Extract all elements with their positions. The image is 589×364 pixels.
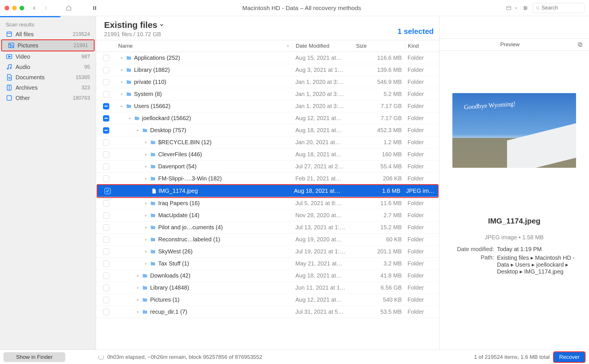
table-row[interactable]: private (110)Jan 1, 2020 at 3:…546.9 MBF… (96, 76, 439, 88)
table-row[interactable]: Pilot and jo…cuments (4)Jul 13, 2021 at … (96, 222, 439, 234)
chevron-right-icon[interactable] (120, 56, 124, 60)
chevron-right-icon[interactable] (120, 68, 124, 72)
chevron-right-icon[interactable] (144, 238, 148, 241)
results-heading[interactable]: Existing files (104, 20, 431, 30)
row-checkbox[interactable] (96, 115, 116, 122)
copy-button[interactable] (576, 40, 584, 49)
column-kind[interactable]: Kind (405, 43, 439, 49)
table-row[interactable]: joellockard (15662)Aug 12, 2021 at…7.17 … (96, 112, 439, 124)
chevron-right-icon[interactable] (144, 141, 148, 144)
row-checkbox[interactable] (96, 200, 116, 207)
svg-point-7 (526, 7, 527, 8)
scan-spinner-icon (98, 354, 104, 360)
file-name: CleverFiles (446) (158, 151, 202, 158)
row-checkbox[interactable] (96, 103, 116, 109)
table-row[interactable]: Tax Stuff (1)May 21, 2021 at…3.2 MBFolde… (96, 258, 439, 270)
chevron-right-icon[interactable] (136, 310, 140, 314)
row-checkbox[interactable] (96, 297, 116, 303)
row-checkbox[interactable] (96, 55, 116, 61)
chevron-right-icon[interactable] (144, 226, 148, 229)
row-checkbox[interactable] (96, 249, 116, 255)
table-row[interactable]: Iraq Papers (16)Jul 5, 2021 at 8:…11.6 M… (96, 197, 439, 209)
chevron-down-icon[interactable] (128, 117, 132, 120)
sidebar-item-archives[interactable]: Archives323 (0, 82, 96, 93)
chevron-down-icon[interactable] (136, 129, 140, 132)
chevron-right-icon[interactable] (144, 165, 148, 168)
table-row[interactable]: Library (1882)Aug 3, 2021 at 1…139.6 MBF… (96, 64, 439, 76)
row-checkbox[interactable] (96, 163, 116, 170)
sidebar-item-all-files[interactable]: All files219524 (0, 29, 96, 39)
row-checkbox[interactable] (96, 309, 116, 315)
row-checkbox[interactable] (96, 91, 116, 97)
back-button[interactable] (30, 4, 39, 12)
minimize-window-icon[interactable] (12, 6, 17, 10)
chevron-right-icon[interactable] (136, 298, 140, 302)
chevron-right-icon[interactable] (144, 202, 148, 205)
table-row[interactable]: Applications (252)Aug 15, 2021 at…116.6 … (96, 52, 439, 64)
preview-header: Preview (444, 41, 576, 48)
file-size: 7.17 GB (353, 103, 405, 109)
row-checkbox[interactable] (96, 212, 116, 219)
table-row[interactable]: System (8)Jan 1, 2020 at 3:…5.2 MBFolder (96, 88, 439, 100)
sidebar-item-other[interactable]: Other180763 (0, 93, 96, 103)
settings-button[interactable] (521, 4, 530, 12)
svg-line-11 (539, 9, 540, 9)
row-checkbox[interactable] (96, 127, 116, 134)
file-name: Reconstruc…labeled (1) (158, 236, 220, 243)
recover-button[interactable]: Recover (553, 351, 586, 363)
table-row[interactable]: CleverFiles (446)Aug 18, 2021 at…160 MBF… (96, 149, 439, 161)
sidebar-item-audio[interactable]: Audio95 (0, 62, 96, 72)
column-date[interactable]: Date Modified (292, 43, 353, 49)
chevron-right-icon[interactable] (144, 153, 148, 156)
zoom-window-icon[interactable] (20, 6, 24, 10)
row-checkbox[interactable] (96, 285, 116, 291)
chevron-right-icon[interactable] (120, 93, 124, 96)
row-checkbox[interactable] (96, 139, 116, 146)
table-row[interactable]: Library (14848)Jun 11, 2021 at 1…6.56 GB… (96, 282, 439, 294)
chevron-right-icon[interactable] (144, 177, 148, 180)
close-window-icon[interactable] (5, 6, 9, 10)
sidebar-item-documents[interactable]: Documents15365 (0, 72, 96, 82)
chevron-right-icon[interactable] (144, 250, 148, 253)
row-checkbox[interactable] (96, 261, 116, 267)
table-row[interactable]: Desktop (757)Aug 18, 2021 at…452.3 MBFol… (96, 124, 439, 136)
chevron-right-icon[interactable] (144, 262, 148, 265)
column-size[interactable]: Size (353, 43, 405, 49)
row-checkbox[interactable] (96, 79, 116, 85)
forward-button[interactable] (41, 4, 50, 12)
table-row[interactable]: Downloads (42)Aug 18, 2021 at…41.8 MBFol… (96, 270, 439, 282)
table-row[interactable]: SkyWest (26)Jul 19, 2021 at 1:…201.1 MBF… (96, 246, 439, 258)
sidebar-item-video[interactable]: Video987 (0, 51, 96, 62)
chevron-right-icon[interactable] (120, 80, 124, 84)
pause-button[interactable] (90, 4, 99, 12)
table-row[interactable]: Pictures (1)Aug 12, 2021 at…540 KBFolder (96, 294, 439, 306)
row-checkbox[interactable] (96, 236, 116, 243)
view-mode-button[interactable] (504, 4, 513, 12)
row-checkbox[interactable] (96, 224, 116, 231)
sidebar-item-pictures[interactable]: Pictures21991 (2, 40, 94, 51)
row-checkbox[interactable] (96, 151, 116, 158)
home-button[interactable] (64, 4, 73, 12)
chevron-right-icon[interactable] (136, 286, 140, 290)
row-checkbox[interactable]: ✓ (97, 188, 118, 194)
column-name[interactable]: Name (116, 43, 292, 49)
search-input[interactable] (542, 5, 581, 11)
table-row[interactable]: recup_dir.1 (7)Jul 31, 2021 at 5…53.5 MB… (96, 306, 439, 318)
table-row[interactable]: ✓IMG_1174.jpegAug 18, 2021 at…1.6 MBJPEG… (97, 185, 438, 197)
table-row[interactable]: FM-Slippi-….3-Win (182)Feb 21, 2021 at…2… (96, 173, 439, 185)
search-box[interactable] (533, 3, 584, 13)
selection-totals: 1 of 219524 items, 1.6 MB total (474, 354, 550, 360)
chevron-right-icon[interactable] (136, 274, 140, 278)
table-row[interactable]: $RECYCLE.BIN (12)Jan 20, 2021 at…1.2 MBF… (96, 136, 439, 149)
row-checkbox[interactable] (96, 67, 116, 73)
show-in-finder-button[interactable]: Show in Finder (3, 352, 65, 362)
table-row[interactable]: MacUpdate (14)Nov 28, 2020 at…2.7 MBFold… (96, 209, 439, 222)
table-row[interactable]: Davenport (54)Jul 27, 2021 at 2…55.4 MBF… (96, 161, 439, 173)
view-mode-chevron-icon[interactable] (514, 4, 518, 12)
table-row[interactable]: Reconstruc…labeled (1)Aug 19, 2020 at…60… (96, 234, 439, 246)
row-checkbox[interactable] (96, 273, 116, 279)
row-checkbox[interactable] (96, 176, 116, 182)
table-row[interactable]: Users (15662)Jan 1, 2020 at 3:…7.17 GBFo… (96, 100, 439, 112)
chevron-down-icon[interactable] (120, 105, 124, 108)
chevron-right-icon[interactable] (144, 214, 148, 217)
